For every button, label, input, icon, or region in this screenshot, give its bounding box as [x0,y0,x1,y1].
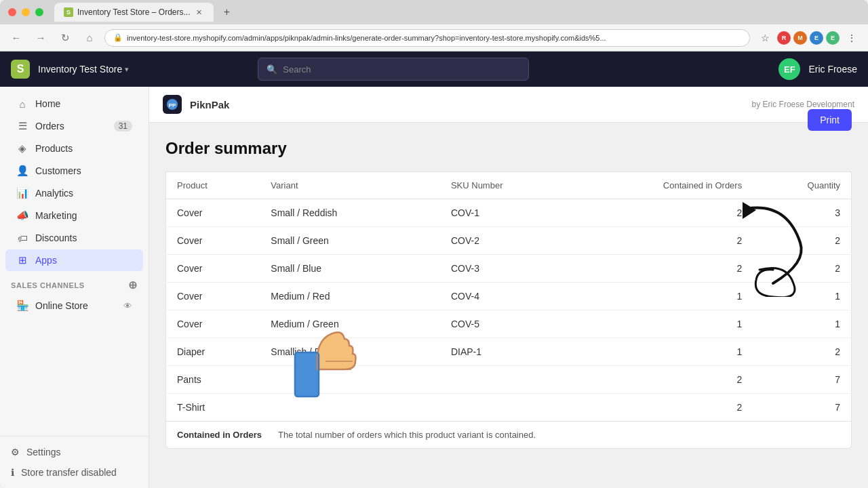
table-row: Cover Small / Reddish COV-1 2 3 [166,199,852,227]
shopify-logo: S [11,60,30,79]
forward-button[interactable]: → [31,28,50,47]
sidebar-item-online-store[interactable]: 🏪 Online Store 👁 [5,295,143,317]
browser-toolbar: ← → ↻ ⌂ 🔒 inventory-test-store.myshopify… [0,24,868,52]
app-container: S Inventory Test Store ▾ 🔍 EF Eric Froes… [0,52,868,488]
cell-sku [440,366,572,394]
sidebar-nav: ⌂ Home ☰ Orders 31 ◈ Products 👤 Custo [0,87,149,436]
settings-label: Settings [26,447,61,458]
cell-variant: Small / Green [260,227,440,255]
store-name-button[interactable]: Inventory Test Store ▾ [38,64,129,75]
address-bar[interactable]: 🔒 inventory-test-store.myshopify.com/adm… [104,29,750,47]
cell-variant [260,394,440,422]
search-bar[interactable]: 🔍 [258,58,529,81]
sidebar-item-discounts[interactable]: 🏷 Discounts [5,227,143,249]
ext-badge-red[interactable]: R [777,31,791,45]
sidebar-marketing-label: Marketing [35,210,77,221]
cell-contained: 2 [572,255,753,283]
main-content: PP PiknPak by Eric Froese Development Pr… [149,87,868,488]
user-avatar[interactable]: EF [778,58,800,80]
sidebar-customers-label: Customers [35,165,81,176]
table-row: Cover Medium / Green COV-5 1 1 [166,310,852,338]
app-body: ⌂ Home ☰ Orders 31 ◈ Products 👤 Custo [0,87,868,488]
store-chevron-icon: ▾ [125,65,129,74]
tab-title: Inventory Test Store – Orders... [77,7,191,17]
ext-badge-orange[interactable]: M [793,31,807,45]
toolbar-actions: ☆ R M E E ⋮ [755,28,861,47]
cell-sku: COV-2 [440,227,572,255]
tab-favicon: S [64,7,73,17]
sidebar-products-label: Products [35,143,73,154]
home-button[interactable]: ⌂ [80,28,99,47]
print-button[interactable]: Print [808,109,852,131]
footer-description: The total number of orders which this pr… [278,430,536,440]
settings-icon: ⚙ [11,447,20,458]
orders-badge: 31 [114,121,132,131]
sidebar-item-apps[interactable]: ⊞ Apps [5,249,143,271]
online-store-eye-icon[interactable]: 👁 [123,301,132,311]
sidebar-home-label: Home [35,98,60,109]
search-icon: 🔍 [267,64,277,75]
ext-badge-green[interactable]: E [826,31,840,45]
sidebar-analytics-label: Analytics [35,188,73,199]
sales-channels-section: SALES CHANNELS ⊕ [0,272,149,294]
sidebar-item-orders[interactable]: ☰ Orders 31 [5,115,143,137]
customers-icon: 👤 [16,165,28,177]
app-logo: PP [163,95,182,114]
user-name: Eric Froese [808,64,857,75]
cell-sku: DIAP-1 [440,338,572,366]
cell-sku: COV-3 [440,255,572,283]
table-row: T-Shirt 2 7 [166,394,852,422]
sidebar-discounts-label: Discounts [35,232,77,243]
cell-product: Cover [166,255,260,283]
cell-quantity: 3 [753,199,851,227]
cell-quantity: 2 [753,227,851,255]
cell-contained: 2 [572,366,753,394]
col-quantity: Quantity [753,172,851,199]
new-tab-button[interactable]: + [219,4,235,20]
back-button[interactable]: ← [7,28,26,47]
cell-variant: Small / Blue [260,255,440,283]
cell-sku: COV-4 [440,283,572,310]
table-row: Cover Small / Green COV-2 2 2 [166,227,852,255]
order-summary-table-wrapper: Product Variant SKU Number Contained in … [165,171,852,449]
col-product: Product [166,172,260,199]
reload-button[interactable]: ↻ [56,28,75,47]
cell-contained: 1 [572,338,753,366]
browser-frame: S Inventory Test Store – Orders... ✕ + ←… [0,0,868,488]
close-btn[interactable] [8,8,16,16]
sidebar-item-home[interactable]: ⌂ Home [5,93,143,115]
sidebar-online-store-label: Online Store [35,300,88,311]
lock-icon: 🔒 [113,33,123,42]
sidebar-item-analytics[interactable]: 📊 Analytics [5,182,143,204]
sidebar-item-marketing[interactable]: 📣 Marketing [5,205,143,226]
user-initials: EF [784,64,795,75]
ext-badge-blue[interactable]: E [810,31,823,45]
col-contained: Contained in Orders [572,172,753,199]
sidebar-item-customers[interactable]: 👤 Customers [5,160,143,182]
app-header: PP PiknPak by Eric Froese Development [149,87,868,123]
cell-contained: 1 [572,310,753,338]
browser-tab[interactable]: S Inventory Test Store – Orders... ✕ [54,3,214,22]
sidebar-orders-label: Orders [35,121,64,131]
maximize-btn[interactable] [35,8,43,16]
products-icon: ◈ [16,142,28,155]
search-input[interactable] [283,64,520,75]
menu-button[interactable]: ⋮ [842,28,861,47]
add-sales-channel-button[interactable]: ⊕ [128,279,138,291]
table-body: Cover Small / Reddish COV-1 2 3 Cover Sm… [166,199,852,422]
cell-quantity: 7 [753,366,851,394]
app-credit: by Eric Froese Development [752,100,854,109]
tab-close-icon[interactable]: ✕ [195,7,204,17]
minimize-btn[interactable] [22,8,30,16]
settings-item[interactable]: ⚙ Settings [0,442,149,462]
cell-quantity: 7 [753,394,851,422]
sidebar-item-products[interactable]: ◈ Products [5,138,143,159]
cell-sku: COV-5 [440,310,572,338]
browser-titlebar: S Inventory Test Store – Orders... ✕ + [0,0,868,24]
cell-product: Diaper [166,338,260,366]
sidebar-apps-label: Apps [35,255,57,266]
cell-product: Cover [166,199,260,227]
bookmark-button[interactable]: ☆ [755,28,774,47]
piknpak-logo-svg: PP [165,98,179,111]
store-transfer-item: ℹ Store transfer disabled [0,462,149,483]
